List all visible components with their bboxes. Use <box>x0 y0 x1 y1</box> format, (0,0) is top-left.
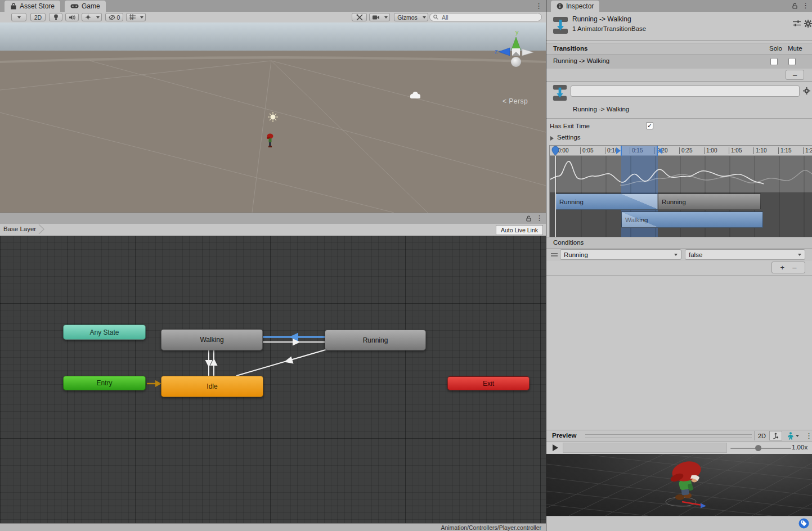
gamepad-icon <box>70 3 79 9</box>
conditions-section-header: Conditions <box>546 237 812 249</box>
effects-dropdown[interactable] <box>94 13 102 21</box>
auto-live-link-button[interactable]: Auto Live Link <box>496 225 543 235</box>
preview-avatar-button[interactable] <box>784 431 802 440</box>
grid-axis-dropdown[interactable] <box>138 13 146 21</box>
tab-asset-store[interactable]: Asset Store <box>5 1 60 12</box>
transition-row-label: Running -> Walking <box>553 57 609 64</box>
scene-search-input[interactable] <box>441 14 527 21</box>
preview-pivot-button[interactable] <box>769 431 782 440</box>
gizmos-dropdown[interactable] <box>420 13 428 21</box>
transitions-header-label: Transitions <box>553 45 587 52</box>
settings-foldout-label[interactable]: Settings <box>557 134 581 141</box>
preview-character <box>666 458 706 508</box>
preview-transport-bar: 1.00x <box>546 442 812 454</box>
remove-condition-button[interactable]: – <box>792 263 796 272</box>
reorder-handle-icon[interactable] <box>551 253 558 257</box>
persp-label[interactable]: < Persp <box>503 97 528 105</box>
lighting-toggle-button[interactable] <box>49 13 62 21</box>
scene-visibility-button[interactable]: 0 <box>105 13 123 21</box>
state-node-walking[interactable]: Walking <box>161 329 263 350</box>
breadcrumb-chevron <box>38 224 45 234</box>
pane-menu-icon[interactable]: ⋮ <box>535 2 542 10</box>
eye-slash-icon <box>109 15 116 20</box>
presets-icon[interactable] <box>793 20 801 27</box>
gear-icon[interactable] <box>803 87 810 94</box>
transition-idle-to-walking[interactable] <box>210 350 218 376</box>
remove-transition-button[interactable]: – <box>786 70 804 80</box>
state-node-any-state[interactable]: Any State <box>63 325 146 340</box>
state-node-exit[interactable]: Exit <box>447 376 530 390</box>
speed-slider-thumb[interactable] <box>755 445 761 451</box>
draw-mode-dropdown[interactable] <box>11 13 26 21</box>
asset-bundle-tag-icon[interactable] <box>798 518 809 529</box>
animator-menu-icon[interactable]: ⋮ <box>536 214 543 222</box>
transition-walking-to-idle[interactable] <box>205 350 213 376</box>
transition-list-row[interactable]: Running -> Walking <box>546 55 812 69</box>
transition-list-footer: – <box>546 69 812 82</box>
tab-game[interactable]: Game <box>65 1 106 12</box>
inspector-menu-icon[interactable]: ⋮ <box>802 2 809 9</box>
transition-timeline[interactable]: 0:000:050:100:150:200:251:001:051:101:15… <box>549 145 812 238</box>
scene-search-field[interactable] <box>429 13 542 21</box>
transition-start-marker[interactable] <box>621 146 622 156</box>
animator-transition-icon <box>552 84 568 102</box>
inspector-subtitle: 1 AnimatorTransitionBase <box>572 25 646 32</box>
inspector-bottom-strip <box>546 516 812 531</box>
add-condition-button[interactable]: + <box>780 263 785 272</box>
speaker-icon <box>69 15 75 20</box>
preview-scrub-bar[interactable] <box>563 443 727 453</box>
avatar-dropdown-caret <box>796 435 799 437</box>
scene-toolbar: 2D 0 <box>0 12 546 23</box>
transition-name-label: Running -> Walking <box>573 106 629 112</box>
preview-header-label: Preview <box>552 432 576 439</box>
unlock-icon[interactable] <box>792 3 798 9</box>
gear-icon[interactable] <box>804 20 812 28</box>
play-button[interactable] <box>553 444 558 451</box>
axis-y-handle: y <box>515 29 519 35</box>
pivot-axis-icon <box>772 432 779 439</box>
animator-breadcrumb-bar: Base Layer Auto Live Link <box>0 224 546 236</box>
transition-end-marker[interactable] <box>657 146 658 156</box>
preview-viewport[interactable]: 0:00 (000.0%) Frame 0 <box>546 454 812 516</box>
inspector-header: Running -> Walking 1 AnimatorTransitionB… <box>546 12 812 40</box>
state-node-idle[interactable]: Idle <box>161 376 263 397</box>
tab-inspector[interactable]: Inspector <box>551 1 599 12</box>
has-exit-time-checkbox[interactable]: ✓ <box>646 122 653 129</box>
humanoid-avatar-icon <box>787 432 794 440</box>
transition-entry-to-idle[interactable] <box>147 380 161 387</box>
camera-view-button[interactable] <box>369 13 383 21</box>
preview-menu-icon[interactable]: ⋮ <box>805 432 812 439</box>
has-exit-time-label: Has Exit Time <box>550 123 590 129</box>
transition-name-input[interactable] <box>571 86 800 97</box>
conditions-header-label: Conditions <box>553 239 584 246</box>
solo-column-label: Solo <box>769 45 782 52</box>
state-node-running[interactable]: Running <box>325 330 426 350</box>
audio-toggle-button[interactable] <box>65 13 79 21</box>
condition-list-buttons: + – <box>771 262 805 273</box>
state-node-entry[interactable]: Entry <box>63 376 146 390</box>
inspector-title: Running -> Walking <box>572 15 631 23</box>
animator-transition-icon <box>552 16 569 35</box>
mute-checkbox[interactable] <box>788 58 796 65</box>
grid-axis-label: Y <box>131 16 133 21</box>
condition-value-dropdown[interactable]: false <box>685 249 805 260</box>
unlock-icon[interactable] <box>526 215 532 222</box>
scene-view[interactable]: y z < Persp <box>0 22 546 213</box>
2d-toggle-button[interactable]: 2D <box>30 13 46 21</box>
breadcrumb-base-layer[interactable]: Base Layer <box>3 226 36 232</box>
timeline-markers <box>550 146 812 237</box>
condition-parameter-dropdown[interactable]: Running <box>560 249 681 260</box>
preview-2d-button[interactable]: 2D <box>754 431 769 440</box>
gizmos-button[interactable]: Gizmos <box>394 13 421 21</box>
transition-running-to-idle[interactable] <box>236 349 329 376</box>
playhead-handle[interactable] <box>552 146 559 155</box>
settings-foldout-triangle[interactable] <box>550 136 554 141</box>
effects-toggle-button[interactable] <box>82 13 95 21</box>
tools-overlay-button[interactable] <box>352 13 367 21</box>
solo-checkbox[interactable] <box>770 58 778 65</box>
axis-z-handle: z <box>495 48 498 55</box>
scene-3d-canvas: y z <box>0 22 546 213</box>
transition-walking-to-running[interactable] <box>263 339 325 346</box>
preview-drag-handle[interactable] <box>585 434 752 438</box>
camera-dropdown[interactable] <box>382 13 390 21</box>
